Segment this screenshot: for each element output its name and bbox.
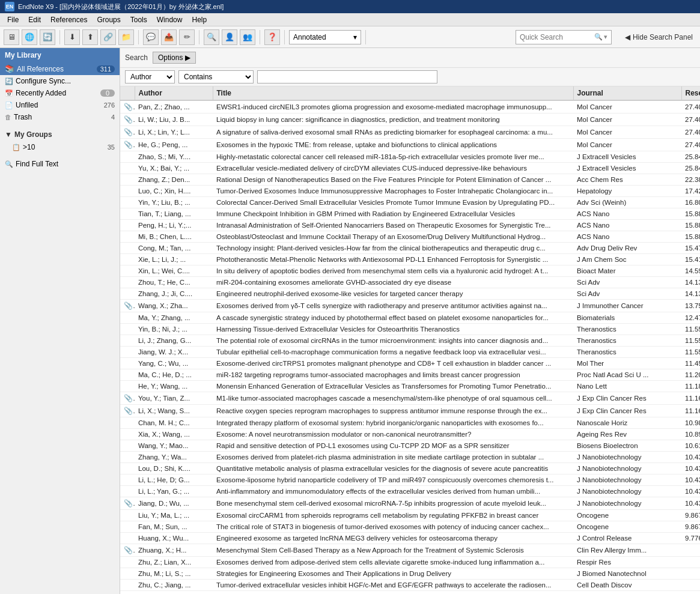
toolbar-btn-9[interactable]: 📤 (161, 29, 177, 45)
sidebar-item-recently-added[interactable]: 📅 Recently Added 0 (0, 87, 120, 99)
table-row[interactable]: Zhang, J.; Ji, C....Engineered neutrophi… (120, 288, 700, 300)
toolbar-btn-12[interactable]: 👤 (222, 29, 237, 45)
table-row[interactable]: Zhu, Z.; Lian, X...Exosomes derived from… (120, 557, 700, 568)
table-row[interactable]: Yu, X.; Bai, Y.; ...Extracellular vesicl… (120, 163, 700, 174)
table-row[interactable]: Mi, B.; Chen, L....Osteoblast/Osteoclast… (120, 231, 700, 243)
table-row[interactable]: Zhao, S.; Mi, Y....Highly-metastatic col… (120, 151, 700, 163)
table-row[interactable]: Zhou, T.; He, C...miR-204-containing exo… (120, 277, 700, 288)
table-row[interactable]: Zhang, Z.; Den...Rational Design of Nano… (120, 174, 700, 186)
cell-journal: Clin Rev Allergy Imm... (573, 544, 681, 557)
table-row[interactable]: Liu, Y.; Ma, L.; ...Exosomal circCARM1 f… (120, 510, 700, 521)
toolbar-btn-2[interactable]: 🌐 (22, 29, 37, 45)
sidebar-item-gt10[interactable]: 📋 >10 35 (0, 141, 120, 153)
table-row[interactable]: Zhu, C.; Jiang, ...Tumor-derived extrace… (120, 580, 700, 591)
table-row[interactable]: Li, L.; He, D; G...Exosome-liposome hybr… (120, 474, 700, 486)
menu-groups[interactable]: Groups (92, 14, 125, 25)
cell-attach (120, 277, 135, 288)
menu-tools[interactable]: Tools (126, 14, 152, 25)
cell-research: 15.881 (681, 231, 700, 243)
table-row[interactable]: Ma, C.; He, D.; ...miR-182 targeting rep… (120, 369, 700, 381)
table-row[interactable]: Zhang, Y.; Wa...Exosomes derived from pl… (120, 452, 700, 463)
menu-window[interactable]: Window (152, 14, 187, 25)
table-row[interactable]: 📎Wang, X.; Zha...Exosomes derived from γ… (120, 300, 700, 312)
table-row[interactable]: Peng, H.; Li, Y.;...Intranasal Administr… (120, 220, 700, 231)
table-row[interactable]: 📎Zhuang, X.; H...Mesenchymal Stem Cell-B… (120, 544, 700, 557)
toolbar-btn-13[interactable]: 👥 (240, 29, 255, 45)
table-row[interactable]: 📎Li, W.; Liu, J. B...Liquid biopsy in lu… (120, 114, 700, 126)
col-header-journal[interactable]: Journal (573, 86, 681, 100)
table-row[interactable]: Xia, X.; Wang, ...Exosome: A novel neuro… (120, 429, 700, 440)
hide-search-panel-button[interactable]: ◀ Hide Search Panel (621, 32, 696, 43)
table-row[interactable]: Ma, Y.; Zhang, ...A cascade synergistic … (120, 312, 700, 324)
table-row[interactable]: Yang, C.; Wu, ...Exosome-derived circTRP… (120, 358, 700, 369)
quick-search-input[interactable] (520, 33, 594, 41)
col-header-attach[interactable] (120, 86, 135, 100)
toolbar-btn-8[interactable]: 💬 (143, 29, 159, 45)
menu-bar: File Edit References Groups Tools Window… (0, 13, 700, 26)
table-row[interactable]: Zhu, M.; Li, S.; ...Strategies for Engin… (120, 568, 700, 580)
table-row[interactable]: He, Y.; Wang, ...Monensin Enhanced Gener… (120, 381, 700, 392)
table-row[interactable]: Huang, X.; Wu...Engineered exosome as ta… (120, 533, 700, 544)
table-row[interactable]: Li, J.; Zhang, G...The potential role of… (120, 335, 700, 347)
table-row[interactable]: 📎Pan, Z.; Zhao, ...EWSR1-induced circNEI… (120, 100, 700, 114)
col-header-research[interactable]: Research... (681, 86, 700, 100)
toolbar-btn-6[interactable]: 🔗 (100, 29, 116, 45)
menu-file[interactable]: File (2, 14, 23, 25)
col-header-title[interactable]: Title (213, 86, 573, 100)
book-icon: 📚 (5, 64, 14, 73)
table-row[interactable]: Yin, B.; Ni, J.; ...Harnessing Tissue-de… (120, 324, 700, 335)
cell-author: Yang, C.; Wu, ... (135, 358, 213, 369)
cell-author: Xie, L.; Li, J.; ... (135, 254, 213, 265)
sidebar-item-all-references[interactable]: 📚 All References 311 (0, 62, 120, 75)
table-row[interactable]: 📎He, G.; Peng, ...Exosomes in the hypoxi… (120, 139, 700, 151)
sidebar-item-configure-sync[interactable]: 🔄 Configure Sync... (0, 75, 120, 87)
table-row[interactable]: Fan, M.; Sun, ...The critical role of ST… (120, 521, 700, 533)
sidebar-item-unfiled[interactable]: 📄 Unfiled 276 (0, 99, 120, 111)
options-button[interactable]: Options ▶ (153, 52, 196, 64)
filter-condition-select[interactable]: Contains Does Not Contain Is Is Not Begi… (178, 70, 254, 83)
menu-references[interactable]: References (46, 14, 92, 25)
filter-field-select[interactable]: Author Title Year Journal Keywords Abstr… (125, 70, 175, 83)
sidebar-item-trash[interactable]: 🗑 Trash 4 (0, 111, 120, 123)
table-row[interactable]: Tian, T.; Liang, ...Immune Checkpoint In… (120, 208, 700, 220)
sidebar-item-find-full-text[interactable]: 🔍 Find Full Text (0, 158, 120, 170)
table-row[interactable]: 📎You, Y.; Tian, Z...M1-like tumor-associ… (120, 392, 700, 405)
toolbar-btn-11[interactable]: 🔍 (204, 29, 219, 45)
unfiled-label: Unfiled (16, 101, 38, 109)
table-row[interactable]: Li, L.; Yan, G.; ...Anti-inflammatory an… (120, 486, 700, 497)
app-logo: EN (5, 2, 14, 11)
toolbar-btn-14[interactable]: ❓ (264, 29, 280, 45)
menu-edit[interactable]: Edit (23, 14, 46, 25)
table-row[interactable]: 📎Jiang, D.; Wu, ...Bone mesenchymal stem… (120, 497, 700, 510)
table-row[interactable]: Zhou, Z. W.; Z...Clinical implications o… (120, 591, 700, 595)
toolbar-btn-4[interactable]: ⬇ (64, 29, 80, 45)
table-row[interactable]: Lou, D.; Shi, K....Quantitative metaboli… (120, 463, 700, 474)
table-row[interactable]: Wang, Y.; Mao...Rapid and sensitive dete… (120, 440, 700, 452)
menu-help[interactable]: Help (187, 14, 212, 25)
toolbar-btn-3[interactable]: 🔄 (40, 29, 55, 45)
table-row[interactable]: Xin, L.; Wei, C....In situ delivery of a… (120, 265, 700, 277)
sidebar-header[interactable]: My Library (0, 48, 120, 62)
toolbar-btn-10[interactable]: ✏ (179, 29, 195, 45)
cell-attach (120, 440, 135, 452)
cell-attach: 📎 (120, 126, 135, 139)
cell-attach (120, 208, 135, 220)
table-row[interactable]: 📎Li, X.; Wang, S...Reactive oxygen speci… (120, 405, 700, 417)
table-row[interactable]: Xie, L.; Li, J.; ...Phototheranostic Met… (120, 254, 700, 265)
style-dropdown[interactable]: Annotated ▾ (289, 30, 361, 44)
table-row[interactable]: Cong, M.; Tan, ...Technology insight: Pl… (120, 243, 700, 254)
toolbar-btn-1[interactable]: 🖥 (4, 29, 19, 45)
cell-title: Clinical implications of exosome-derived… (213, 591, 573, 595)
toolbar-btn-7[interactable]: 📁 (118, 29, 134, 45)
table-row[interactable]: Jiang, W. J.; X...Tubular epithelial cel… (120, 347, 700, 358)
table-row[interactable]: Yin, Y.; Liu, B.; ...Colorectal Cancer-D… (120, 197, 700, 208)
toolbar-btn-5[interactable]: ⬆ (82, 29, 98, 45)
table-row[interactable]: Chan, M. H.; C...Integrated therapy plat… (120, 417, 700, 429)
cell-attach (120, 486, 135, 497)
table-row[interactable]: 📎Li, X.; Lin, Y.; L...A signature of sal… (120, 126, 700, 139)
filter-value-input[interactable] (257, 70, 437, 83)
table-row[interactable]: Luo, C.; Xin, H....Tumor-Derived Exosome… (120, 186, 700, 197)
sidebar-my-groups-header[interactable]: ▼ My Groups (0, 128, 120, 141)
cell-author: Li, X.; Wang, S... (135, 405, 213, 417)
col-header-author[interactable]: Author (135, 86, 213, 100)
